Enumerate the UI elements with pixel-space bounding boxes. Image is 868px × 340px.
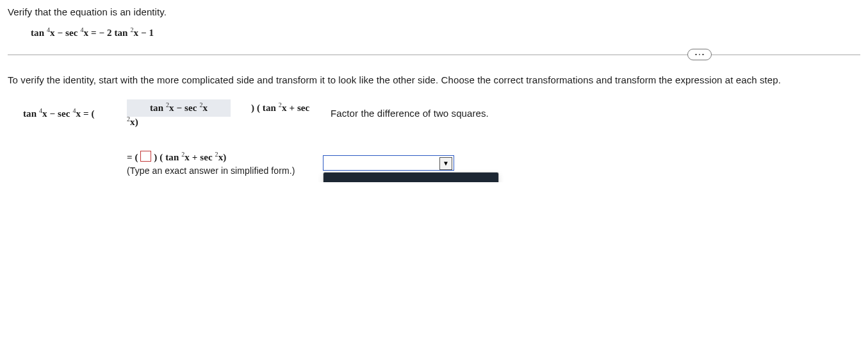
dot-icon (699, 54, 701, 56)
dropdown-option-blank[interactable] (323, 173, 498, 183)
verify-instruction: To verify the identity, start with the m… (8, 74, 860, 85)
divider-line (8, 55, 860, 55)
step2-transformation-select[interactable]: ▼ (323, 155, 454, 171)
expand-pill[interactable] (687, 49, 712, 60)
step2-prefix: = ( (127, 152, 138, 162)
step2-answer-input[interactable] (140, 151, 151, 162)
problem-prompt: Verify that the equation is an identity. (8, 6, 860, 17)
step1-explanation: Factor the difference of two squares. (331, 106, 583, 121)
step2-hint: (Type an exact answer in simplified form… (127, 166, 319, 176)
equation-text: tan 4x − sec 4x = − 2 tan 2x − 1 (31, 28, 154, 38)
section-divider (8, 47, 860, 62)
step1-selected-factor[interactable]: tan 2x − sec 2x (127, 99, 231, 117)
problem-equation: tan 4x − sec 4x = − 2 tan 2x − 1 (31, 28, 860, 38)
dot-icon (702, 54, 704, 56)
dropdown-panel: Apply a quotient identity. Apply a recip… (323, 172, 499, 183)
chevron-down-icon: ▼ (439, 157, 452, 170)
dot-icon (695, 54, 697, 56)
step1-lhs: tan 4x − sec 4x = ( (23, 108, 127, 119)
step2-second-factor: ) ( tan 2x + sec 2x) (154, 152, 226, 162)
